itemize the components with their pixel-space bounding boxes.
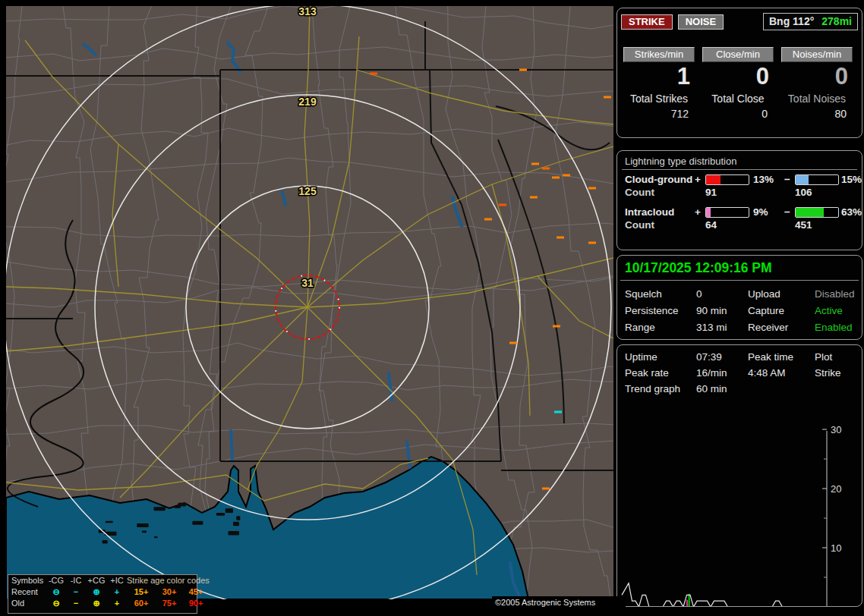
dist-pos-bar-1 [705, 207, 749, 218]
ic-strike-dash-15 [554, 411, 562, 413]
total-value-1: 0 [702, 105, 774, 120]
rate-button-1[interactable]: Close/min [702, 47, 774, 62]
total-label-1: Total Close [702, 91, 774, 105]
total-value-0: 712 [623, 105, 695, 120]
trend-graph: 3020106050403020100min [617, 389, 862, 606]
session-c4-0: Plot [815, 351, 864, 363]
dist-neg-bar-1 [795, 207, 839, 218]
session-c2-1: 16/min [696, 367, 748, 379]
trend-graph-canvas: 3020106050403020100min [617, 389, 862, 606]
ic-strike-dash-11 [557, 237, 564, 239]
status-label2-2: Receiver [748, 322, 815, 333]
status-label2-1: Capture [748, 305, 815, 316]
session-grid: Uptime07:39Peak timePlotPeak rate16/min4… [617, 345, 862, 394]
dist-pos-bar-0 [705, 174, 749, 185]
stat-column-2: Noises/min0Total Noises80 [781, 47, 853, 120]
copyright-text: ©2005 Astrogenic Systems [492, 596, 626, 609]
status-value-2: 313 mi [696, 322, 748, 333]
legend-age-label-0: Recent [11, 586, 46, 598]
map-symbol-legend: Symbols -CG -IC +CG +IC Strike age color… [8, 574, 197, 614]
ring-label-313: 313 [298, 6, 317, 17]
dist-pos-count-1: 64 [705, 219, 751, 231]
noise-mode-button[interactable]: NOISE [678, 14, 724, 30]
dist-pos-pct-1: 9% [751, 206, 784, 218]
session-c2-0: 07:39 [696, 351, 748, 363]
legend-col-neg-cg: -CG [46, 575, 66, 586]
legend-col-neg-ic: -IC [66, 575, 86, 586]
dist-label-1: Intracloud [625, 206, 695, 218]
status-value-0: 0 [696, 288, 748, 300]
legend-age-30+: 30+ [156, 586, 183, 598]
rate-value-0: 1 [623, 62, 695, 91]
legend-symbol-neg-ic-icon: − [66, 586, 86, 598]
minus-sign: − [784, 206, 795, 218]
session-c3-1: 4:48 AM [748, 367, 815, 379]
ic-strike-dash-8 [530, 196, 538, 199]
count-label-0: Count [625, 187, 695, 198]
legend-col-pos-cg: +CG [86, 575, 107, 586]
rate-button-0[interactable]: Strikes/min [623, 47, 695, 62]
legend-col-pos-ic: +IC [107, 575, 127, 586]
legend-row-recent: Recent⊖−⊕+15+30+45+ [8, 586, 197, 598]
ic-strike-dash-9 [499, 204, 506, 206]
status-value2-0: Disabled [815, 288, 864, 300]
trend-series-line [622, 583, 827, 606]
legend-age-75+: 75+ [156, 598, 183, 609]
rate-value-2: 0 [781, 62, 853, 91]
river-7 [231, 431, 232, 461]
status-value2-2: Enabled [815, 322, 864, 333]
status-grid: Squelch0UploadDisabledPersistence90 minC… [617, 281, 862, 333]
legend-age-15+: 15+ [127, 586, 156, 598]
y-tick-label-10: 10 [831, 542, 841, 554]
dist-neg-fill-1 [796, 208, 824, 217]
dist-neg-pct-0: 15% [839, 174, 864, 185]
ring-label-31: 31 [301, 277, 314, 289]
legend-age-header: Strike age color codes [127, 575, 209, 586]
stat-column-0: Strikes/min1Total Strikes712 [623, 47, 695, 120]
dist-pos-fill-1 [706, 208, 711, 217]
ic-strike-dash-5 [552, 177, 560, 179]
legend-age-60+: 60+ [127, 598, 156, 609]
status-value2-1: Active [815, 305, 864, 316]
ic-strike-dash-1 [370, 73, 377, 75]
stat-column-1: Close/min0Total Close0 [702, 47, 774, 120]
legend-symbol-pos-cg-icon: ⊕ [86, 598, 107, 609]
session-trend-panel: Uptime07:39Peak timePlotPeak rate16/min4… [616, 344, 862, 607]
legend-symbol-pos-cg-icon: ⊕ [86, 586, 107, 598]
y-tick-label-30: 30 [831, 424, 841, 435]
ic-strike-dash-0 [519, 69, 527, 71]
strike-mode-button[interactable]: STRIKE [621, 14, 673, 30]
nexstorm-app-window: { "app": { "copyright": "©2005 Astrogeni… [0, 0, 864, 616]
bearing-readout: Bng 112°278mi [763, 13, 858, 30]
status-label-2: Range [625, 322, 696, 333]
ic-strike-dash-3 [531, 163, 539, 165]
legend-symbol-neg-cg-icon: ⊖ [46, 598, 66, 609]
session-c1-0: Uptime [625, 351, 696, 363]
ic-strike-dash-6 [563, 174, 570, 177]
dist-neg-fill-0 [796, 175, 809, 184]
ic-strike-dash-2 [604, 96, 611, 99]
dist-neg-count-0: 106 [795, 187, 839, 198]
lightning-map[interactable]: 31321912531 [6, 6, 613, 599]
ic-strike-dash-12 [588, 242, 596, 244]
map-canvas: 31321912531 [6, 6, 613, 599]
distribution-grid: Cloud-ground+13%−15%Count91106Intracloud… [617, 170, 862, 231]
ic-strike-dash-16 [542, 488, 550, 490]
session-c4-1: Strike [815, 367, 864, 379]
bearing-distance: 278mi [821, 15, 852, 27]
ring-label-219: 219 [298, 96, 317, 108]
rate-button-2[interactable]: Noises/min [781, 47, 853, 62]
total-value-2: 80 [781, 105, 853, 120]
total-label-2: Total Noises [781, 91, 853, 105]
ic-strike-dash-7 [588, 187, 596, 190]
legend-symbols-header: Symbols [11, 575, 46, 586]
rate-value-1: 0 [702, 62, 774, 91]
rate-columns: Strikes/min1Total Strikes712Close/min0To… [617, 30, 862, 120]
bearing-value: Bng 112° [769, 15, 814, 27]
datetime-display: 10/17/2025 12:09:16 PM [617, 256, 862, 280]
ring-label-125: 125 [298, 185, 317, 197]
status-value-1: 90 min [696, 305, 748, 316]
ic-strike-dash-10 [484, 218, 492, 221]
legend-age-label-1: Old [11, 598, 46, 609]
plus-sign: + [695, 206, 705, 218]
